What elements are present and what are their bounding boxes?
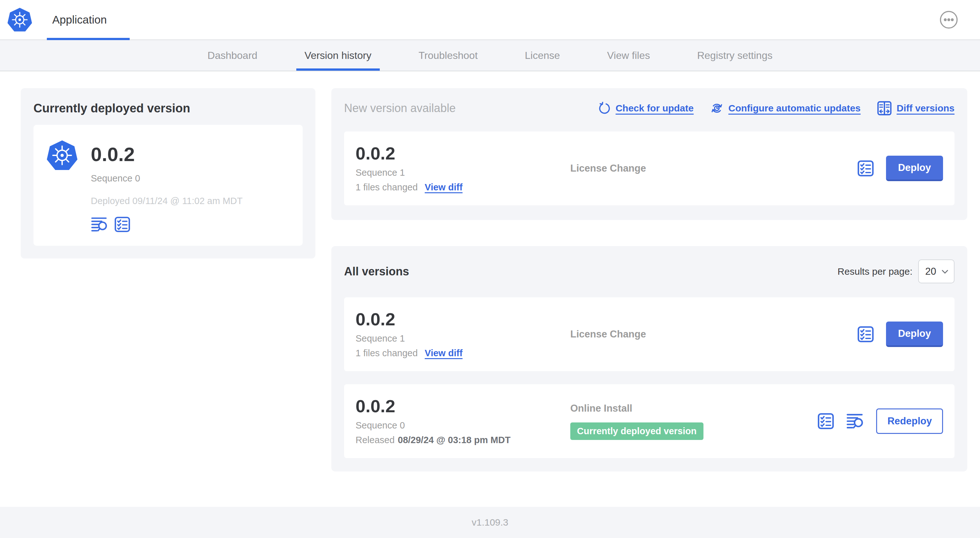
results-per-page-select[interactable]: 20 — [918, 259, 955, 283]
currently-deployed-card: 0.0.2 Sequence 0 Deployed 09/11/24 @ 11:… — [33, 125, 303, 246]
tab-label: Dashboard — [207, 50, 258, 62]
version-history-page: Currently deployed version 0.0.2 Sequenc… — [0, 71, 980, 507]
tab-version-history[interactable]: Version history — [296, 40, 380, 71]
preflight-checks-button[interactable] — [858, 326, 874, 343]
preflight-checks-button[interactable] — [858, 160, 874, 177]
auto-update-clock-icon — [710, 102, 724, 115]
deploy-button[interactable]: Deploy — [886, 156, 943, 181]
app-tab-bar: Dashboard Version history Troubleshoot L… — [0, 40, 980, 71]
more-menu-button[interactable] — [939, 10, 958, 29]
all-versions-heading: All versions — [344, 265, 409, 278]
version-source: License Change — [570, 163, 858, 174]
app-header: Application — [0, 0, 980, 40]
version-row: 0.0.2 Sequence 1 1 files changed View di… — [344, 297, 955, 371]
preflight-checks-button[interactable] — [818, 413, 834, 429]
active-app-underline — [47, 38, 130, 40]
refresh-arrow-icon — [598, 102, 611, 114]
version-info: 0.0.2 Sequence 1 1 files changed View di… — [356, 144, 570, 193]
source-label: License Change — [570, 329, 858, 340]
deployed-sequence-label: Sequence 0 — [91, 173, 243, 184]
results-per-page: Results per page: 20 — [838, 259, 955, 283]
new-version-header: New version available Check for update C… — [344, 101, 955, 116]
sequence-label: Sequence 1 — [356, 167, 570, 178]
checklist-icon — [818, 413, 834, 429]
view-diff-link[interactable]: View diff — [425, 182, 463, 193]
checklist-icon — [858, 160, 874, 177]
check-for-update-label: Check for update — [616, 103, 694, 114]
deploy-button[interactable]: Deploy — [886, 322, 943, 347]
tab-troubleshoot[interactable]: Troubleshoot — [410, 40, 486, 71]
configure-automatic-updates-link[interactable]: Configure automatic updates — [710, 102, 861, 115]
version-rows: 0.0.2 Sequence 1 1 files changed View di… — [344, 297, 955, 458]
all-versions-header: All versions Results per page: 20 — [344, 259, 955, 283]
tab-label: Registry settings — [697, 50, 773, 62]
chevron-down-icon — [940, 267, 950, 276]
sequence-label: Sequence 1 — [356, 333, 570, 344]
version-actions: Deploy — [858, 322, 943, 347]
diff-versions-link[interactable]: Diff versions — [877, 101, 955, 116]
version-source: License Change — [570, 329, 858, 340]
new-version-row: 0.0.2 Sequence 1 1 files changed View di… — [344, 132, 955, 205]
version-label: 0.0.2 — [356, 397, 570, 415]
version-source: Online Install Currently deployed versio… — [570, 403, 818, 440]
tab-registry-settings[interactable]: Registry settings — [689, 40, 781, 71]
check-for-update-link[interactable]: Check for update — [598, 102, 694, 114]
deployed-timestamp: Deployed 09/11/24 @ 11:02 am MDT — [91, 196, 243, 206]
tab-label: Troubleshoot — [418, 50, 478, 62]
deployed-version-actions — [91, 216, 243, 232]
files-changed-label: 1 files changed — [356, 348, 418, 359]
version-actions: Redeploy — [818, 408, 943, 434]
deployed-version-label: 0.0.2 — [91, 144, 243, 164]
source-label: Online Install — [570, 403, 818, 414]
diff-columns-icon — [877, 101, 892, 116]
app-title[interactable]: Application — [52, 13, 107, 26]
admin-console-version: v1.109.3 — [471, 517, 508, 528]
version-row: 0.0.2 Sequence 0 Released 08/29/24 @ 03:… — [344, 384, 955, 458]
tab-license[interactable]: License — [517, 40, 568, 71]
currently-deployed-details: 0.0.2 Sequence 0 Deployed 09/11/24 @ 11:… — [91, 140, 243, 232]
diff-versions-label: Diff versions — [897, 103, 955, 114]
checklist-icon — [858, 326, 874, 343]
version-actions: Deploy — [858, 156, 943, 181]
tab-view-files[interactable]: View files — [599, 40, 659, 71]
update-actions: Check for update Configure automatic upd… — [598, 101, 955, 116]
released-line: Released 08/29/24 @ 03:18 pm MDT — [356, 435, 570, 445]
logs-search-icon — [91, 216, 108, 232]
kubernetes-logo-icon — [7, 7, 32, 32]
released-prefix: Released — [356, 435, 395, 445]
version-info: 0.0.2 Sequence 0 Released 08/29/24 @ 03:… — [356, 397, 570, 445]
all-versions-panel: All versions Results per page: 20 0.0.2 … — [331, 246, 967, 471]
view-diff-link[interactable]: View diff — [425, 348, 463, 359]
source-label: License Change — [570, 163, 858, 174]
new-version-heading: New version available — [344, 102, 456, 115]
deploy-logs-button[interactable] — [91, 216, 108, 232]
deploy-logs-button[interactable] — [846, 413, 864, 429]
results-per-page-label: Results per page: — [838, 266, 912, 277]
tab-label: License — [525, 50, 560, 62]
currently-deployed-panel: Currently deployed version 0.0.2 Sequenc… — [21, 88, 315, 259]
new-version-panel: New version available Check for update C… — [331, 88, 967, 220]
version-label: 0.0.2 — [356, 144, 570, 162]
version-history-column: New version available Check for update C… — [331, 88, 967, 471]
version-info: 0.0.2 Sequence 1 1 files changed View di… — [356, 310, 570, 359]
currently-deployed-title: Currently deployed version — [33, 102, 303, 115]
configure-automatic-updates-label: Configure automatic updates — [728, 103, 861, 114]
tab-dashboard[interactable]: Dashboard — [199, 40, 266, 71]
version-label: 0.0.2 — [356, 310, 570, 328]
ellipsis-circle-icon — [939, 10, 958, 29]
redeploy-button[interactable]: Redeploy — [876, 408, 943, 434]
tab-label: Version history — [305, 50, 371, 62]
preflight-checks-button[interactable] — [115, 216, 130, 232]
currently-deployed-badge: Currently deployed version — [570, 422, 703, 440]
files-changed-line: 1 files changed View diff — [356, 182, 570, 193]
results-per-page-value: 20 — [925, 266, 936, 277]
logs-search-icon — [846, 413, 864, 429]
files-changed-label: 1 files changed — [356, 182, 418, 193]
checklist-icon — [115, 216, 130, 232]
kubernetes-app-icon — [46, 140, 78, 171]
released-date: 08/29/24 @ 03:18 pm MDT — [398, 435, 511, 445]
sequence-label: Sequence 0 — [356, 420, 570, 431]
app-footer: v1.109.3 — [0, 507, 980, 538]
files-changed-line: 1 files changed View diff — [356, 348, 570, 359]
tab-label: View files — [607, 50, 650, 62]
